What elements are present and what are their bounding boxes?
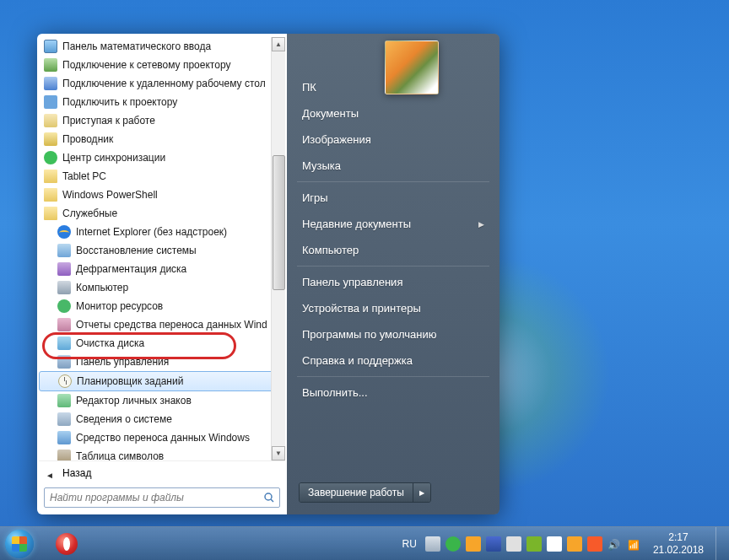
show-desktop-button[interactable] [716, 527, 724, 561]
program-item[interactable]: Проводник [39, 130, 285, 148]
program-item[interactable]: Планировщик заданий [39, 371, 285, 391]
regedit-icon [57, 394, 71, 407]
monitor-icon [57, 299, 71, 313]
program-item[interactable]: Tablet PC [39, 167, 285, 186]
opera-icon [56, 533, 78, 555]
scroll-down-button[interactable]: ▼ [272, 446, 285, 460]
clock-time: 2:17 [653, 531, 704, 544]
right-pane-item[interactable]: Устройства и принтеры [290, 295, 496, 321]
shutdown-options-arrow[interactable]: ▶ [413, 483, 430, 502]
start-button[interactable] [0, 527, 39, 561]
program-item[interactable]: Монитор ресурсов [39, 297, 285, 315]
right-pane-item[interactable]: Компьютер [290, 237, 496, 263]
tray-orange-icon[interactable] [466, 536, 481, 552]
program-item[interactable]: Редактор личных знаков [39, 391, 285, 410]
program-item[interactable]: Отчеты средства переноса данных Wind [39, 315, 285, 334]
back-button[interactable]: Назад [39, 460, 285, 484]
right-pane-item[interactable]: Панель управления [290, 269, 496, 295]
right-pane-item-label: Недавние документы [302, 218, 411, 230]
back-label: Назад [62, 467, 91, 479]
program-item-label: Центр синхронизации [62, 152, 165, 164]
program-item-label: Таблица символов [76, 450, 164, 460]
program-item-label: Планировщик заданий [77, 375, 183, 387]
right-pane-item-label: Музыка [302, 159, 341, 172]
windows-orb-icon [5, 530, 34, 558]
program-item[interactable]: Сведения о системе [39, 410, 285, 428]
program-item[interactable]: Таблица символов [39, 447, 285, 460]
right-pane-item-label: Игры [302, 191, 328, 204]
program-item[interactable]: Internet Explorer (без надстроек) [39, 223, 285, 241]
right-pane-item[interactable]: Недавние документы▶ [290, 211, 496, 237]
right-pane-item[interactable]: Музыка [290, 153, 496, 179]
programs-scrollbar[interactable]: ▲ ▼ [271, 37, 285, 460]
tray-green-icon[interactable] [446, 536, 461, 552]
network-icon[interactable] [628, 536, 643, 552]
tray-nvidia-icon[interactable] [526, 536, 542, 552]
taskbar: RU 2:17 21.02.2018 [0, 526, 729, 560]
program-item[interactable]: Очистка диска [39, 334, 285, 353]
language-indicator[interactable]: RU [397, 538, 422, 550]
program-item[interactable]: Панель управления [39, 353, 285, 371]
program-item[interactable]: Windows PowerShell [39, 186, 285, 204]
volume-icon[interactable] [608, 536, 623, 552]
program-item[interactable]: Служебные [39, 204, 285, 223]
program-item[interactable]: Панель математического ввода [39, 37, 285, 56]
cleanup-icon [57, 337, 71, 350]
sysinfo-icon [57, 412, 71, 426]
tray-orange2-icon[interactable] [567, 536, 582, 552]
menu-separator [297, 376, 489, 377]
program-item-label: Подключить к проектору [62, 96, 177, 108]
proj-icon [44, 95, 57, 109]
start-menu: Панель математического вводаПодключение … [37, 34, 500, 514]
right-pane-item[interactable]: Справка и поддержка [290, 347, 496, 374]
right-pane-item-label: Компьютер [302, 244, 359, 256]
menu-separator [297, 181, 489, 182]
folder-icon [44, 207, 57, 220]
right-pane-item[interactable]: Документы [290, 100, 496, 127]
right-pane-item[interactable]: Изображения [290, 127, 496, 153]
taskbar-pinned-apps [39, 530, 89, 558]
search-input[interactable] [44, 487, 280, 508]
program-item-label: Панель управления [76, 356, 169, 368]
program-item[interactable]: Подключение к сетевому проектору [39, 56, 285, 74]
action-center-icon[interactable] [547, 536, 562, 552]
clock-date: 21.02.2018 [653, 544, 704, 557]
system-tray: RU 2:17 21.02.2018 [397, 527, 729, 560]
tray-security-icon[interactable] [506, 536, 521, 552]
right-pane-item-label: Изображения [302, 133, 371, 146]
program-item[interactable]: Приступая к работе [39, 111, 285, 130]
search-container [39, 484, 285, 509]
right-pane-item[interactable]: Игры [290, 185, 496, 211]
taskbar-opera-button[interactable] [44, 530, 89, 558]
shutdown-split-button[interactable]: Завершение работы ▶ [299, 482, 431, 503]
program-item[interactable]: Подключить к проектору [39, 93, 285, 111]
shutdown-button[interactable]: Завершение работы [300, 483, 413, 502]
right-pane-item[interactable]: Программы по умолчанию [290, 321, 496, 347]
program-item-label: Очистка диска [76, 337, 144, 349]
right-pane-item[interactable]: Выполнить... [290, 380, 496, 406]
user-picture[interactable] [385, 40, 439, 94]
program-item-label: Восстановление системы [76, 245, 197, 256]
tray-disk-icon[interactable] [486, 536, 501, 552]
scroll-up-button[interactable]: ▲ [272, 37, 285, 51]
netproj-icon [44, 58, 57, 72]
start-icon [44, 114, 57, 127]
program-item-label: Internet Explorer (без надстроек) [76, 226, 227, 238]
program-item[interactable]: Подключение к удаленному рабочему стол [39, 74, 285, 93]
program-item[interactable]: Дефрагментация диска [39, 260, 285, 278]
math-icon [44, 40, 57, 53]
computer-icon [57, 281, 71, 294]
keyboard-icon[interactable] [425, 536, 440, 552]
start-menu-left-pane: Панель математического вводаПодключение … [37, 34, 287, 514]
program-item-label: Windows PowerShell [62, 189, 158, 201]
program-item-label: Отчеты средства переноса данных Wind [76, 319, 267, 331]
program-item-label: Дефрагментация диска [76, 263, 186, 275]
program-item[interactable]: Восстановление системы [39, 241, 285, 260]
program-item-label: Подключение к удаленному рабочему стол [62, 78, 266, 89]
scroll-thumb[interactable] [273, 155, 285, 290]
taskbar-clock[interactable]: 2:17 21.02.2018 [646, 531, 710, 557]
tray-red-icon[interactable] [587, 536, 602, 552]
program-item[interactable]: Средство переноса данных Windows [39, 428, 285, 447]
program-item[interactable]: Центр синхронизации [39, 148, 285, 167]
program-item[interactable]: Компьютер [39, 278, 285, 297]
